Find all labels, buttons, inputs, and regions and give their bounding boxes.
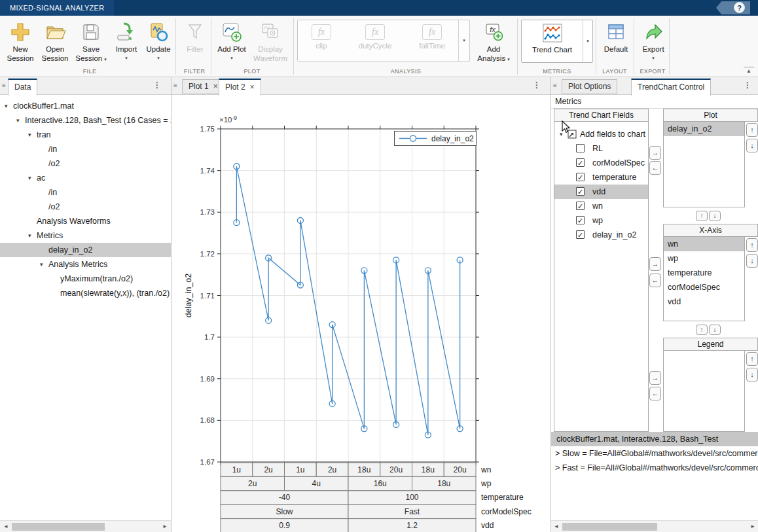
field-row-cormodelspec[interactable]: ✓corModelSpec <box>554 156 648 170</box>
add-fields-root-item[interactable]: ▾ Add fields to chart <box>554 127 648 141</box>
data-panel-menu-icon[interactable]: ⋮ <box>153 80 161 90</box>
close-icon[interactable]: × <box>250 82 255 92</box>
plot-list-up-button[interactable]: ↑ <box>746 123 758 137</box>
save-session-button[interactable]: Save Session▾ <box>73 21 109 63</box>
plot-move-up-button[interactable]: ↑ <box>696 211 708 221</box>
analysis-gallery-dropdown[interactable]: ▾ <box>458 20 469 61</box>
scroll-right-icon[interactable]: ► <box>750 523 755 529</box>
export-button[interactable]: Export ▾ <box>638 21 669 61</box>
panel-grip-icon[interactable]: ≡ <box>173 82 177 89</box>
scrollbar-thumb[interactable] <box>12 523 105 531</box>
default-layout-button[interactable]: Default <box>600 21 632 54</box>
title-bar: MIXED-SIGNAL ANALYZER ? <box>0 0 758 16</box>
chart-legend[interactable]: delay_in_o2 <box>395 132 477 146</box>
collapse-toolstrip-button[interactable]: ▲ <box>744 67 754 75</box>
tree-item-tran[interactable]: ▾tran <box>0 128 171 142</box>
checkbox-rl[interactable] <box>576 144 585 152</box>
field-row-wp[interactable]: ✓wp <box>554 213 648 228</box>
import-button[interactable]: Import ▾ <box>111 21 141 61</box>
xaxis-remove-field-button[interactable]: ← <box>649 274 661 287</box>
scroll-right-icon[interactable]: ► <box>162 523 168 529</box>
xaxis-item-wn[interactable]: wn <box>664 237 744 251</box>
checkbox-cormodelspec[interactable]: ✓ <box>576 158 585 167</box>
update-button[interactable]: Update ▾ <box>143 21 174 61</box>
caret-down-icon[interactable]: ▾ <box>560 127 563 141</box>
xaxis-item-temperature[interactable]: temperature <box>664 266 744 280</box>
legend-list-up-button[interactable]: ↑ <box>746 352 758 366</box>
xaxis-move-up-button[interactable]: ↑ <box>696 325 708 335</box>
field-row-rl[interactable]: RL <box>554 141 648 156</box>
tab-plot-1[interactable]: Plot 1× <box>182 79 225 94</box>
tree-item-metrics[interactable]: ▾Metrics <box>0 228 171 243</box>
tab-data[interactable]: Data <box>8 79 37 96</box>
legend-remove-field-button[interactable]: ← <box>649 387 661 400</box>
expand-arrow-icon[interactable]: ▾ <box>28 228 31 243</box>
tree-item-analysis-metrics[interactable]: ▾Analysis Metrics <box>0 257 171 272</box>
checkbox-delay-in-o2[interactable]: ✓ <box>576 230 585 239</box>
tree-item-label: /o2 <box>0 202 60 211</box>
data-panel-hscrollbar[interactable]: ◄ ► <box>0 520 171 532</box>
expand-arrow-icon[interactable]: ▾ <box>5 99 8 113</box>
tree-item-analysis-waveforms[interactable]: Analysis Waveforms <box>0 214 171 228</box>
legend-list-down-button[interactable]: ↓ <box>746 368 758 381</box>
add-plot-button[interactable]: Add Plot ▾ <box>215 21 249 61</box>
tree-item-o2[interactable]: /o2 <box>0 156 171 171</box>
tree-item-mean-slewrate-y-x-tran-o2[interactable]: mean(slewrate(y,x)), (tran./o2) <box>0 286 171 300</box>
xaxis-item-cormodelspec[interactable]: corModelSpec <box>664 280 744 294</box>
plot-panel-menu-icon[interactable]: ⋮ <box>533 80 541 90</box>
control-panel-menu-icon[interactable]: ⋮ <box>744 80 751 90</box>
plot-add-field-button[interactable]: → <box>649 146 661 160</box>
xaxis-add-field-button[interactable]: → <box>649 257 661 271</box>
xaxis-list-up-button[interactable]: ↑ <box>746 238 758 252</box>
expand-arrow-icon[interactable]: ▾ <box>28 128 31 142</box>
field-row-temperature[interactable]: ✓temperature <box>554 170 648 185</box>
expand-arrow-icon[interactable]: ▾ <box>28 171 31 185</box>
checkbox-wp[interactable]: ✓ <box>576 216 585 224</box>
tree-item-clockbuffer1-mat[interactable]: ▾clockBuffer1.mat <box>0 99 171 113</box>
expand-arrow-icon[interactable]: ▾ <box>16 113 20 128</box>
panel-grip-icon[interactable]: ≡ <box>553 82 557 89</box>
help-button[interactable]: ? <box>734 2 745 13</box>
default-layout-icon <box>605 21 627 43</box>
tab-trendchart-control[interactable]: TrendChart Control <box>631 79 711 96</box>
checkbox-vdd[interactable]: ✓ <box>576 187 585 196</box>
tree-item-in[interactable]: /in <box>0 185 171 200</box>
tab-plot-options[interactable]: Plot Options <box>562 79 617 94</box>
panel-grip-icon[interactable]: ≡ <box>2 82 6 89</box>
legend-add-field-button[interactable]: → <box>649 371 661 385</box>
plot-item-delay-in-o2[interactable]: delay_in_o2 <box>664 122 744 136</box>
xaxis-item-wp[interactable]: wp <box>664 251 744 266</box>
tree-item-delay-in-o2[interactable]: delay_in_o2 <box>0 243 171 257</box>
xaxis-list-down-button[interactable]: ↓ <box>746 254 758 268</box>
xaxis-move-down-button[interactable]: ↓ <box>709 325 721 335</box>
plot-move-down-button[interactable]: ↓ <box>709 211 721 221</box>
scrollbar-thumb[interactable] <box>562 523 657 531</box>
plot-list-down-button[interactable]: ↓ <box>746 139 758 152</box>
close-icon[interactable]: × <box>213 82 218 91</box>
app-tab[interactable]: MIXED-SIGNAL ANALYZER <box>0 0 114 16</box>
xaxis-item-vdd[interactable]: vdd <box>664 294 744 309</box>
open-session-button[interactable]: Open Session <box>38 21 72 63</box>
add-analysis-button[interactable]: fx Add Analysis▾ <box>474 21 513 63</box>
field-row-delay-in-o2[interactable]: ✓delay_in_o2 <box>554 228 648 242</box>
expand-arrow-icon[interactable]: ▾ <box>40 257 43 272</box>
dutycycle-label: dutyCycle <box>359 42 392 50</box>
field-row-wn[interactable]: ✓wn <box>554 199 648 213</box>
trend-chart-plot[interactable]: 1.671.681.691.71.711.721.731.741.75×10-9… <box>171 95 550 532</box>
field-row-vdd[interactable]: ✓vdd <box>554 185 648 199</box>
checkbox-wn[interactable]: ✓ <box>576 202 585 210</box>
control-panel-hscrollbar[interactable]: ◄ ► <box>551 520 758 532</box>
tree-item-o2[interactable]: /o2 <box>0 200 171 214</box>
tree-item-ac[interactable]: ▾ac <box>0 171 171 185</box>
tree-item-ymaximum-tran-o2[interactable]: yMaximum(tran./o2) <box>0 272 171 286</box>
plot-remove-field-button[interactable]: ← <box>649 161 661 175</box>
tree-item-interactive-128-bash-test-16-cases-2[interactable]: ▾Interactive.128, Bash_Test (16 Cases = … <box>0 113 171 128</box>
tree-item-in[interactable]: /in <box>0 142 171 156</box>
trend-chart-dropdown[interactable]: ▾ <box>583 20 592 62</box>
trend-chart-button[interactable]: Trend Chart ▾ <box>521 20 593 63</box>
scroll-left-icon[interactable]: ◄ <box>554 523 559 529</box>
scroll-left-icon[interactable]: ◄ <box>3 523 9 529</box>
tab-plot-2[interactable]: Plot 2× <box>219 79 261 96</box>
new-session-button[interactable]: New Session <box>4 21 37 63</box>
checkbox-temperature[interactable]: ✓ <box>576 173 585 181</box>
